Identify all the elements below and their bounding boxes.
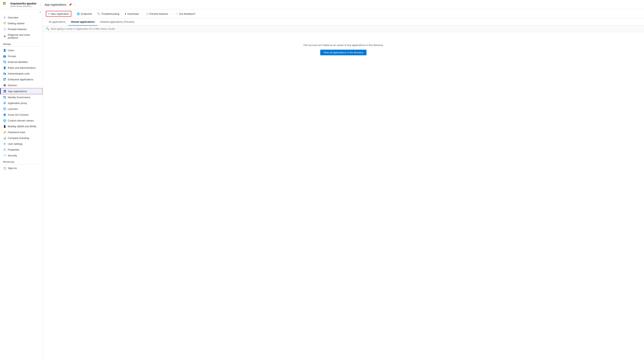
sidebar-collapse-button[interactable]: « bbox=[0, 9, 42, 14]
feedback-button[interactable]: ♡ Got feedback? bbox=[174, 11, 198, 16]
devices-icon: 💻 bbox=[3, 84, 6, 87]
tab-deleted-applications[interactable]: Deleted applications (Preview) bbox=[98, 18, 137, 26]
svg-rect-21 bbox=[5, 97, 6, 98]
sidebar-label-application-proxy: Application proxy bbox=[8, 102, 27, 105]
svg-point-23 bbox=[4, 103, 5, 103]
download-label: Download bbox=[128, 12, 139, 15]
svg-rect-16 bbox=[4, 91, 5, 92]
sidebar-label-company-branding: Company branding bbox=[8, 137, 29, 140]
groups-icon: 👥 bbox=[3, 54, 6, 58]
sidebar-item-password-reset[interactable]: 🔑 Password reset bbox=[0, 129, 42, 135]
main-layout: « ℹ Overview 🌱 Getting started ⬡ Preview… bbox=[0, 9, 644, 358]
sidebar-label-users: Users bbox=[8, 49, 14, 52]
view-all-applications-button[interactable]: View all applications in the directory bbox=[320, 50, 366, 55]
svg-rect-12 bbox=[4, 80, 4, 81]
sidebar-label-admin-units: Administrative units bbox=[8, 72, 30, 75]
header-page-title: App registrations bbox=[44, 3, 66, 6]
endpoints-icon: 🌐 bbox=[77, 12, 80, 15]
app-registrations-icon bbox=[3, 90, 6, 93]
sidebar-label-devices: Devices bbox=[8, 84, 17, 87]
svg-rect-8 bbox=[4, 72, 4, 75]
pin-icon[interactable]: 📌 bbox=[68, 3, 72, 6]
endpoints-button[interactable]: 🌐 Endpoints bbox=[74, 11, 94, 16]
sidebar-item-users[interactable]: 👤 Users bbox=[0, 47, 42, 53]
sidebar-item-custom-domain[interactable]: 🌐 Custom domain names bbox=[0, 118, 42, 123]
sidebar-item-application-proxy[interactable]: Application proxy bbox=[0, 100, 42, 106]
content-area: + New registration 🌐 Endpoints 🔧 Trouble… bbox=[43, 9, 644, 358]
toolbar: + New registration 🌐 Endpoints 🔧 Trouble… bbox=[43, 9, 644, 18]
sidebar-label-licenses: Licenses bbox=[8, 108, 18, 110]
main-content: This account isn't listed as an owner of… bbox=[43, 32, 644, 358]
logo-area: hopsworks-gautier Azure Active Directory… bbox=[3, 2, 66, 7]
feedback-label: Got feedback? bbox=[179, 12, 196, 15]
troubleshooting-button[interactable]: 🔧 Troubleshooting bbox=[95, 11, 122, 16]
sidebar-item-admin-units[interactable]: Administrative units bbox=[0, 71, 42, 76]
svg-rect-13 bbox=[5, 80, 6, 81]
sidebar-label-groups: Groups bbox=[8, 55, 16, 58]
tabs-row: All applications Owned applications Dele… bbox=[43, 18, 644, 26]
admin-units-icon bbox=[3, 72, 6, 75]
sidebar-item-azure-ad-connect[interactable]: 🔷 Azure AD Connect bbox=[0, 112, 42, 118]
sidebar-label-getting-started: Getting started bbox=[8, 22, 24, 25]
properties-icon: ☰ bbox=[3, 148, 6, 151]
sidebar-item-overview[interactable]: ℹ Overview bbox=[0, 14, 42, 20]
sidebar-item-company-branding[interactable]: 📊 Company branding bbox=[0, 135, 42, 141]
top-header: hopsworks-gautier Azure Active Directory… bbox=[0, 0, 644, 9]
svg-rect-3 bbox=[5, 3, 6, 5]
tab-owned-applications[interactable]: Owned applications bbox=[68, 18, 98, 26]
toolbar-separator-3 bbox=[172, 12, 172, 16]
sidebar-item-user-settings[interactable]: ⚙ User settings bbox=[0, 141, 42, 147]
search-input[interactable] bbox=[51, 27, 641, 30]
svg-point-25 bbox=[4, 108, 5, 109]
manage-section-label: Manage bbox=[0, 40, 42, 46]
sidebar-item-roles[interactable]: 👤 Roles and administrators bbox=[0, 65, 42, 71]
sidebar-item-licenses[interactable]: Licenses bbox=[0, 106, 42, 112]
empty-state-message: This account isn't listed as an owner of… bbox=[303, 44, 384, 47]
sidebar-item-sign-ins[interactable]: 📋 Sign-ins bbox=[0, 165, 42, 171]
sign-ins-icon: 📋 bbox=[3, 167, 6, 170]
sidebar-item-external-identities[interactable]: External Identities bbox=[0, 59, 42, 65]
more-icon[interactable]: ··· bbox=[74, 3, 76, 6]
sidebar-item-groups[interactable]: 👥 Groups bbox=[0, 53, 42, 59]
sidebar-item-identity-governance[interactable]: Identity Governance bbox=[0, 94, 42, 100]
custom-domain-icon: 🌐 bbox=[3, 119, 6, 122]
sidebar-item-devices[interactable]: 💻 Devices bbox=[0, 82, 42, 88]
sidebar-item-mobility[interactable]: 📱 Mobility (MDM and MAM) bbox=[0, 123, 42, 129]
svg-rect-15 bbox=[5, 90, 6, 91]
header-icon-group: 📌 ··· bbox=[68, 3, 76, 6]
troubleshooting-icon: 🔧 bbox=[97, 12, 100, 15]
svg-rect-18 bbox=[4, 96, 4, 97]
external-identities-icon bbox=[3, 60, 6, 63]
sidebar-item-security[interactable]: 🛡 Security bbox=[0, 153, 42, 158]
sidebar-label-diagnose: Diagnose and solve problems bbox=[8, 33, 40, 39]
sidebar-label-preview-features: Preview features bbox=[8, 28, 26, 31]
svg-rect-10 bbox=[4, 78, 4, 79]
sidebar-item-diagnose[interactable]: ✖ Diagnose and solve problems bbox=[0, 32, 42, 40]
svg-rect-1 bbox=[5, 2, 6, 3]
azure-logo-icon bbox=[3, 2, 8, 7]
sidebar-item-enterprise-apps[interactable]: Enterprise applications bbox=[0, 76, 42, 82]
user-settings-icon: ⚙ bbox=[3, 142, 6, 145]
sidebar-label-user-settings: User settings bbox=[8, 142, 22, 145]
tab-all-applications[interactable]: All applications bbox=[46, 18, 68, 26]
sidebar-label-properties: Properties bbox=[8, 148, 19, 151]
feedback-icon: ♡ bbox=[176, 12, 178, 15]
sidebar-label-custom-domain: Custom domain names bbox=[8, 119, 34, 122]
new-registration-button[interactable]: + New registration bbox=[46, 11, 71, 17]
sidebar-label-overview: Overview bbox=[8, 16, 18, 19]
header-subtitle: Azure Active Directory bbox=[10, 5, 36, 7]
svg-rect-5 bbox=[5, 61, 6, 62]
password-reset-icon: 🔑 bbox=[3, 131, 6, 134]
sidebar-label-password-reset: Password reset bbox=[8, 131, 25, 134]
svg-rect-20 bbox=[4, 97, 4, 98]
download-button[interactable]: ⬇ Download bbox=[122, 11, 141, 16]
sidebar-item-properties[interactable]: ☰ Properties bbox=[0, 147, 42, 153]
svg-rect-2 bbox=[3, 3, 4, 5]
sidebar-item-preview-features[interactable]: ⬡ Preview features bbox=[0, 26, 42, 32]
svg-rect-14 bbox=[4, 90, 5, 91]
preview-features-button[interactable]: ⬡ Preview features bbox=[144, 11, 170, 16]
sidebar-item-app-registrations[interactable]: App registrations bbox=[0, 88, 42, 94]
toolbar-separator-2 bbox=[142, 12, 143, 16]
sidebar-item-getting-started[interactable]: 🌱 Getting started bbox=[0, 20, 42, 26]
svg-rect-17 bbox=[5, 91, 6, 92]
